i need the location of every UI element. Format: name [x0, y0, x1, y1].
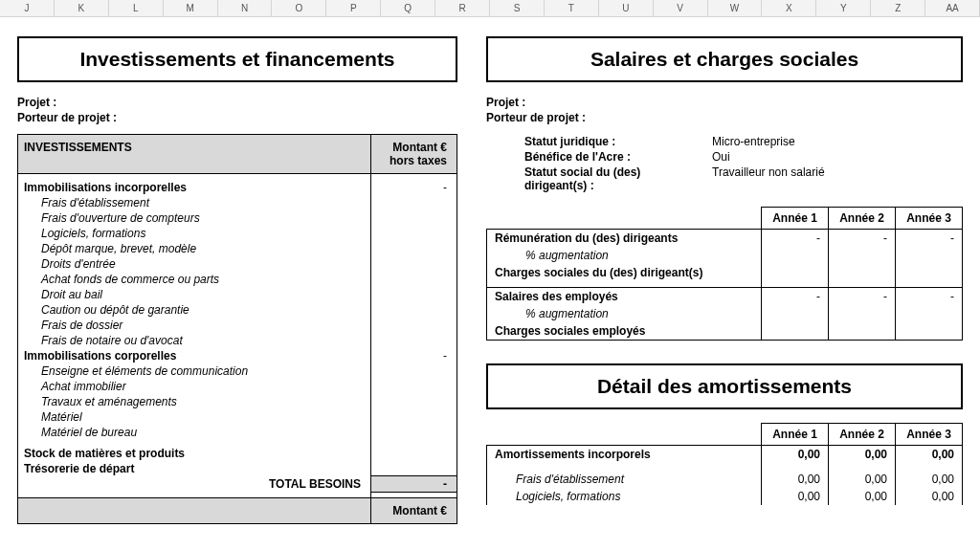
- sal-cell[interactable]: [762, 247, 829, 264]
- inv-item: Dépôt marque, brevet, modèle: [18, 241, 371, 256]
- column-header[interactable]: J: [0, 0, 55, 16]
- column-header[interactable]: Z: [871, 0, 925, 16]
- inv-item: Frais de dossier: [18, 318, 371, 333]
- sal-cell[interactable]: -: [762, 230, 829, 248]
- column-header[interactable]: O: [272, 0, 326, 16]
- status-value: Oui: [706, 149, 963, 165]
- amort-cell[interactable]: 0,00: [896, 445, 963, 463]
- status-value: Travailleur non salarié: [706, 165, 963, 193]
- salaries-table: Année 1 Année 2 Année 3 Rémunération du …: [486, 207, 963, 341]
- column-header[interactable]: P: [326, 0, 381, 16]
- sal-cell[interactable]: -: [896, 230, 963, 248]
- inv-item: Travaux et aménagements: [18, 394, 371, 409]
- column-header[interactable]: T: [545, 0, 599, 16]
- total-besoins-value: -: [371, 476, 457, 493]
- investments-pane: Investissements et financements Projet :…: [17, 36, 457, 524]
- amort-cell[interactable]: 0,00: [829, 471, 896, 488]
- column-header[interactable]: X: [762, 0, 816, 16]
- status-key: Bénéfice de l'Acre :: [486, 149, 706, 165]
- project-label-left: Projet :: [17, 96, 457, 109]
- treso-label: Trésorerie de départ: [18, 461, 371, 476]
- inv-header-label: INVESTISSEMENTS: [18, 135, 371, 174]
- carrier-label-right: Porteur de projet :: [486, 111, 963, 124]
- status-grid: Statut juridique :Micro-entrepriseBénéfi…: [486, 134, 963, 193]
- sal-cell[interactable]: [829, 264, 896, 281]
- column-header[interactable]: AA: [925, 0, 980, 16]
- sal-cell[interactable]: [829, 322, 896, 341]
- inv-item: Matériel: [18, 409, 371, 425]
- sal-cell[interactable]: [896, 264, 963, 281]
- sal-cell[interactable]: -: [829, 230, 896, 248]
- amort-row-label: Logiciels, formations: [487, 488, 762, 505]
- sal-year1: Année 1: [762, 208, 829, 230]
- sal-cell[interactable]: [762, 264, 829, 281]
- column-header[interactable]: Q: [381, 0, 435, 16]
- amort-row-label: Frais d'établissement: [487, 471, 762, 488]
- sal-cell[interactable]: [762, 322, 829, 341]
- stock-label: Stock de matières et produits: [18, 446, 371, 461]
- status-key: Statut social du (des) dirigeant(s) :: [486, 165, 706, 193]
- total-besoins-label: TOTAL BESOINS: [18, 476, 371, 493]
- sal-cell[interactable]: -: [829, 287, 896, 305]
- corp-total: -: [371, 348, 457, 363]
- amort-year1: Année 1: [762, 423, 829, 445]
- column-header[interactable]: S: [490, 0, 545, 16]
- amort-year3: Année 3: [896, 423, 963, 445]
- amort-cell[interactable]: 0,00: [762, 488, 829, 505]
- inv-header-amount: Montant € hors taxes: [371, 135, 457, 174]
- sal-row-label: Rémunération du (des) dirigeants: [487, 230, 762, 248]
- sal-cell[interactable]: [762, 305, 829, 322]
- inv-item: Enseigne et éléments de communication: [18, 363, 371, 379]
- sal-cell[interactable]: -: [896, 287, 963, 305]
- amort-cell[interactable]: 0,00: [896, 471, 963, 488]
- amort-cell[interactable]: 0,00: [896, 488, 963, 505]
- status-value: Micro-entreprise: [706, 134, 963, 149]
- amort-year2: Année 2: [829, 423, 896, 445]
- amort-cell[interactable]: 0,00: [762, 471, 829, 488]
- sal-cell[interactable]: [829, 247, 896, 264]
- investments-title: Investissements et financements: [17, 36, 457, 82]
- sal-cell[interactable]: [829, 305, 896, 322]
- amort-cell[interactable]: 0,00: [829, 445, 896, 463]
- sec-corp: Immobilisations corporelles: [18, 348, 371, 363]
- sal-row-label: % augmentation: [487, 247, 762, 264]
- sal-year2: Année 2: [829, 208, 896, 230]
- column-header[interactable]: M: [164, 0, 218, 16]
- inv-item: Matériel de bureau: [18, 425, 371, 440]
- right-pane: Salaires et charges sociales Projet : Po…: [486, 36, 963, 524]
- sal-cell[interactable]: [896, 322, 963, 341]
- column-header[interactable]: K: [55, 0, 109, 16]
- inv-item: Achat immobilier: [18, 379, 371, 394]
- amort-row-label: Amortissements incorporels: [487, 445, 762, 463]
- sal-cell[interactable]: -: [762, 287, 829, 305]
- inv-item: Droits d'entrée: [18, 256, 371, 272]
- inv-item: Frais d'établissement: [18, 195, 371, 210]
- carrier-label-left: Porteur de projet :: [17, 111, 457, 124]
- sal-row-label: Charges sociales du (des) dirigeant(s): [487, 264, 762, 281]
- column-header[interactable]: U: [599, 0, 654, 16]
- column-header[interactable]: Y: [816, 0, 871, 16]
- amort-cell[interactable]: 0,00: [829, 488, 896, 505]
- column-header[interactable]: V: [654, 0, 708, 16]
- column-header[interactable]: L: [109, 0, 164, 16]
- amortizations-title: Détail des amortissements: [486, 363, 963, 409]
- inv-item: Caution ou dépôt de garantie: [18, 302, 371, 318]
- amortizations-table: Année 1 Année 2 Année 3 Amortissements i…: [486, 423, 963, 505]
- footer-amount-header: Montant €: [371, 498, 457, 524]
- inv-item: Frais de notaire ou d'avocat: [18, 333, 371, 348]
- incorp-total: -: [371, 180, 457, 195]
- investments-table: INVESTISSEMENTS Montant € hors taxes Imm…: [17, 134, 457, 524]
- amort-cell[interactable]: 0,00: [762, 445, 829, 463]
- inv-item: Achat fonds de commerce ou parts: [18, 272, 371, 287]
- column-header[interactable]: R: [435, 0, 490, 16]
- sal-row-label: Salaires des employés: [487, 287, 762, 305]
- sal-cell[interactable]: [896, 305, 963, 322]
- sal-row-label: % augmentation: [487, 305, 762, 322]
- column-header[interactable]: N: [218, 0, 273, 16]
- sal-cell[interactable]: [896, 247, 963, 264]
- worksheet-area: Investissements et financements Projet :…: [0, 17, 980, 524]
- inv-item: Frais d'ouverture de compteurs: [18, 210, 371, 226]
- sec-incorp: Immobilisations incorporelles: [18, 180, 371, 195]
- sal-year3: Année 3: [896, 208, 963, 230]
- column-header[interactable]: W: [708, 0, 763, 16]
